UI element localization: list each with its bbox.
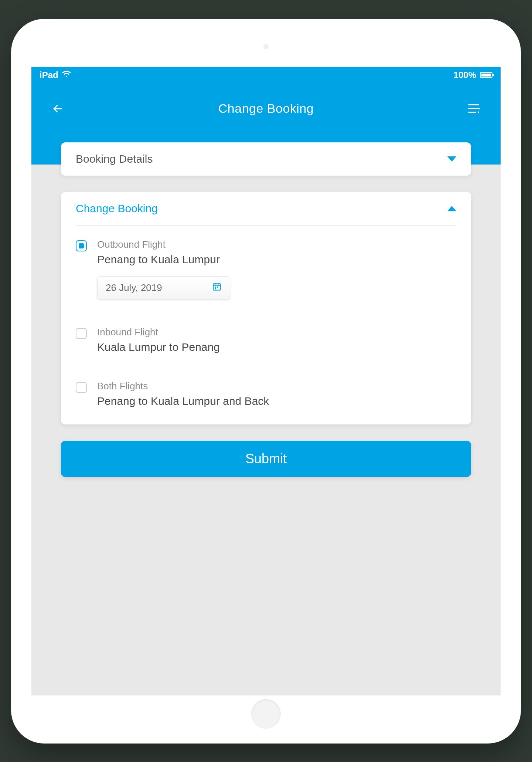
svg-point-3	[478, 108, 480, 109]
option-route: Kuala Lumpur to Penang	[97, 341, 456, 353]
svg-rect-0	[468, 104, 479, 105]
date-picker-outbound[interactable]: 26 July, 2019	[97, 276, 230, 299]
status-bar: iPad 100%	[31, 67, 501, 83]
device-camera	[263, 44, 269, 49]
change-booking-title: Change Booking	[76, 202, 158, 215]
wifi-icon	[62, 70, 71, 80]
svg-rect-8	[215, 288, 216, 289]
chevron-down-icon	[447, 156, 456, 162]
page-title: Change Booking	[218, 101, 314, 116]
screen: iPad 100% Change Booking	[31, 67, 501, 695]
option-both: Both Flights Penang to Kuala Lumpur and …	[76, 367, 456, 421]
svg-point-4	[478, 111, 479, 113]
device-label: iPad	[40, 70, 58, 80]
submit-button[interactable]: Submit	[61, 441, 471, 477]
change-booking-card: Change Booking Outbound Flight Penang to…	[61, 192, 471, 424]
svg-rect-6	[215, 287, 216, 288]
change-booking-toggle[interactable]: Change Booking	[61, 192, 471, 225]
content-area: Booking Details Change Booking Outbo	[31, 142, 501, 492]
option-label: Both Flights	[97, 380, 456, 392]
checkbox-both[interactable]	[76, 382, 87, 393]
checkbox-inbound[interactable]	[76, 328, 87, 339]
booking-details-toggle[interactable]: Booking Details	[61, 142, 471, 176]
option-label: Outbound Flight	[97, 239, 456, 250]
back-button[interactable]	[50, 101, 65, 116]
home-button[interactable]	[251, 699, 281, 729]
submit-label: Submit	[245, 451, 287, 466]
calendar-icon	[212, 282, 222, 294]
menu-button[interactable]	[467, 101, 482, 116]
chevron-up-icon	[447, 206, 456, 211]
option-label: Inbound Flight	[97, 326, 456, 338]
option-route: Penang to Kuala Lumpur and Back	[97, 395, 456, 407]
option-inbound: Inbound Flight Kuala Lumpur to Penang	[76, 313, 456, 367]
battery-percent: 100%	[454, 70, 476, 80]
date-value: 26 July, 2019	[106, 282, 162, 294]
option-outbound: Outbound Flight Penang to Kuala Lumpur 2…	[76, 226, 456, 313]
svg-rect-1	[468, 108, 479, 109]
checkbox-outbound[interactable]	[76, 240, 87, 251]
tablet-frame: iPad 100% Change Booking	[11, 19, 521, 744]
booking-details-title: Booking Details	[76, 153, 153, 165]
booking-details-card: Booking Details	[61, 142, 471, 176]
option-route: Penang to Kuala Lumpur	[97, 253, 456, 266]
svg-rect-2	[468, 112, 476, 113]
svg-rect-7	[217, 287, 218, 288]
battery-icon	[480, 72, 492, 78]
